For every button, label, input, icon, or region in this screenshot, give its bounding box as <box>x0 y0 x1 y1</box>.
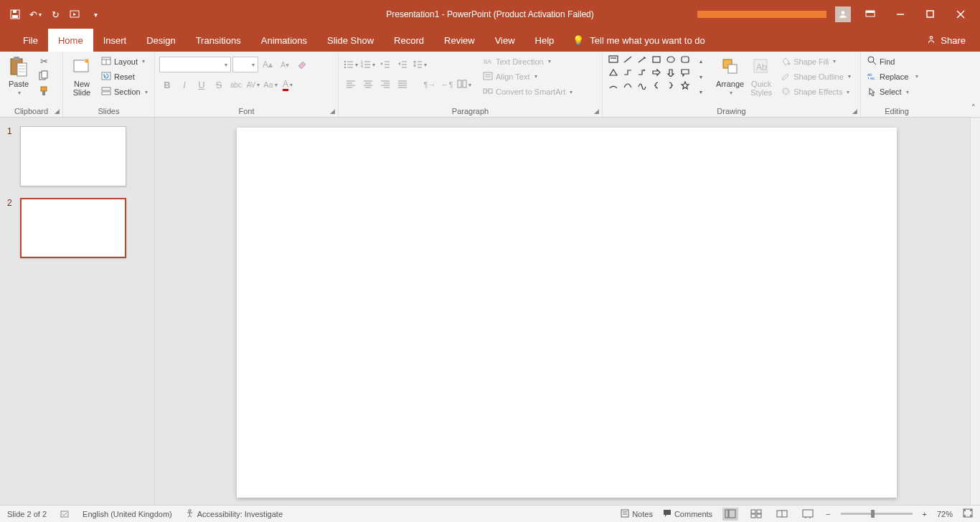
zoom-out-button[interactable]: − <box>826 510 830 518</box>
text-direction-button[interactable]: IIAText Direction▾ <box>481 54 575 69</box>
shapes-gallery[interactable] <box>607 54 692 91</box>
shape-curve-icon[interactable] <box>621 80 634 91</box>
thumbnail-1[interactable]: 1 <box>7 126 147 186</box>
ltr-button[interactable]: ¶→ <box>422 77 438 92</box>
tab-review[interactable]: Review <box>434 29 485 52</box>
underline-button[interactable]: U <box>194 77 209 92</box>
maximize-button[interactable] <box>920 4 941 25</box>
tab-help[interactable]: Help <box>525 29 565 52</box>
drawing-launcher-icon[interactable]: ◢ <box>850 107 859 115</box>
shapes-scroll-down[interactable]: ▾ <box>693 70 709 85</box>
slideshow-view-button[interactable] <box>800 508 816 521</box>
shape-star-icon[interactable] <box>679 80 692 91</box>
shape-textbox-icon[interactable] <box>607 54 620 65</box>
copy-button[interactable] <box>36 69 52 84</box>
find-button[interactable]: Find <box>865 54 920 69</box>
shape-effects-button[interactable]: Shape Effects▾ <box>778 85 853 99</box>
tab-view[interactable]: View <box>485 29 525 52</box>
numbering-button[interactable]: 123▾ <box>360 57 376 72</box>
comments-button[interactable]: Comments <box>663 509 712 519</box>
increase-font-button[interactable]: A▴ <box>260 57 275 72</box>
align-left-button[interactable] <box>343 77 359 92</box>
normal-view-button[interactable] <box>722 508 738 521</box>
cut-button[interactable]: ✂ <box>36 54 52 69</box>
save-icon[interactable] <box>9 8 22 21</box>
shape-left-brace-icon[interactable] <box>650 80 663 91</box>
text-shadow-button[interactable]: abc <box>228 77 244 92</box>
shapes-scroll-up[interactable]: ▴ <box>693 54 709 69</box>
tab-insert[interactable]: Insert <box>93 29 137 52</box>
vertical-scrollbar[interactable] <box>970 118 980 505</box>
slide-sorter-view-button[interactable] <box>748 508 764 521</box>
font-size-combo[interactable]: ▾ <box>232 57 258 72</box>
slide-canvas[interactable] <box>237 128 897 498</box>
undo-icon[interactable]: ↶▾ <box>29 8 42 21</box>
slide-indicator[interactable]: Slide 2 of 2 <box>7 510 47 518</box>
shape-elbow-connector-icon[interactable] <box>621 67 634 78</box>
align-center-button[interactable] <box>360 77 376 92</box>
language-indicator[interactable]: English (United Kingdom) <box>83 510 172 518</box>
fit-to-window-button[interactable] <box>963 508 973 519</box>
shape-line-icon[interactable] <box>621 54 634 65</box>
reading-view-button[interactable] <box>774 508 790 521</box>
font-launcher-icon[interactable]: ◢ <box>328 107 336 115</box>
shape-elbow-arrow-icon[interactable] <box>636 67 649 78</box>
tab-home[interactable]: Home <box>48 29 93 52</box>
layout-button[interactable]: Layout▾ <box>99 54 150 69</box>
slide-canvas-area[interactable] <box>155 118 970 505</box>
line-spacing-button[interactable]: ▾ <box>412 57 428 72</box>
shape-outline-button[interactable]: Shape Outline▾ <box>778 70 853 84</box>
zoom-in-button[interactable]: + <box>923 510 927 518</box>
font-color-button[interactable]: A▾ <box>280 77 296 92</box>
paste-button[interactable]: Paste ▾ <box>4 54 33 98</box>
thumbnail-2[interactable]: 2 <box>7 198 147 258</box>
replace-button[interactable]: abacReplace▾ <box>865 70 920 84</box>
change-case-button[interactable]: Aa▾ <box>263 77 278 92</box>
tab-slideshow[interactable]: Slide Show <box>317 29 384 52</box>
decrease-indent-button[interactable] <box>377 57 393 72</box>
shape-right-arrow-icon[interactable] <box>650 67 663 78</box>
shape-rounded-rect-icon[interactable] <box>679 54 692 65</box>
shape-arc-icon[interactable] <box>607 80 620 91</box>
shape-triangle-icon[interactable] <box>607 67 620 78</box>
reset-button[interactable]: Reset <box>99 70 150 84</box>
section-button[interactable]: Section▾ <box>99 85 150 99</box>
char-spacing-button[interactable]: AV▾ <box>245 77 261 92</box>
tab-record[interactable]: Record <box>384 29 434 52</box>
bold-button[interactable]: B <box>159 77 175 92</box>
align-right-button[interactable] <box>377 77 393 92</box>
align-text-button[interactable]: Align Text▾ <box>481 70 575 84</box>
strikethrough-button[interactable]: S <box>211 77 227 92</box>
convert-smartart-button[interactable]: Convert to SmartArt▾ <box>481 85 575 99</box>
decrease-font-button[interactable]: A▾ <box>277 57 293 72</box>
tell-me-search[interactable]: 💡 Tell me what you want to do <box>573 29 705 52</box>
justify-button[interactable] <box>395 77 410 92</box>
arrange-button[interactable]: Arrange▾ <box>713 54 747 98</box>
minimize-button[interactable] <box>890 4 911 25</box>
shape-rectangle-icon[interactable] <box>650 54 663 65</box>
format-painter-button[interactable] <box>36 85 52 100</box>
share-button[interactable]: Share <box>926 29 980 52</box>
redo-icon[interactable]: ↻ <box>49 8 62 21</box>
collapse-ribbon-icon[interactable]: ˄ <box>971 103 976 113</box>
shape-callout-icon[interactable] <box>679 67 692 78</box>
clipboard-launcher-icon[interactable]: ◢ <box>52 107 61 115</box>
columns-button[interactable]: ▾ <box>456 77 472 92</box>
thumb-preview[interactable] <box>20 126 126 186</box>
thumb-preview[interactable] <box>20 198 126 258</box>
accessibility-button[interactable]: Accessibility: Investigate <box>185 508 283 519</box>
shape-arrow-line-icon[interactable] <box>636 54 649 65</box>
italic-button[interactable]: I <box>176 77 192 92</box>
shape-oval-icon[interactable] <box>664 54 677 65</box>
user-avatar[interactable] <box>835 6 851 22</box>
shape-right-brace-icon[interactable] <box>664 80 677 91</box>
font-name-combo[interactable]: ▾ <box>159 57 231 72</box>
tab-animations[interactable]: Animations <box>251 29 317 52</box>
qat-customize-icon[interactable]: ▾ <box>89 8 102 21</box>
quick-styles-button[interactable]: Ab Quick Styles <box>747 54 776 98</box>
spell-check-icon[interactable] <box>60 508 70 520</box>
new-slide-button[interactable]: New Slide <box>67 54 96 98</box>
bullets-button[interactable]: ▾ <box>343 57 359 72</box>
select-button[interactable]: Select▾ <box>865 85 920 99</box>
tab-design[interactable]: Design <box>136 29 185 52</box>
